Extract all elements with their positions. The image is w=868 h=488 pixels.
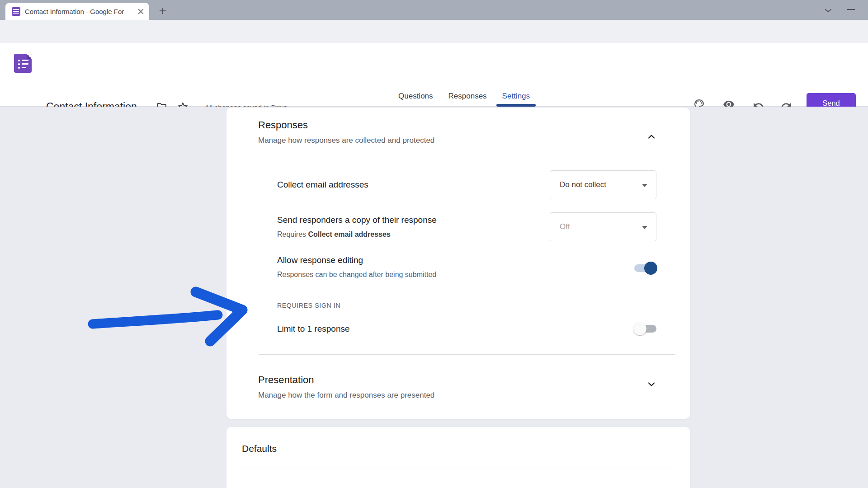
tab-close-icon[interactable] — [137, 7, 145, 15]
presentation-section-subtitle: Manage how the form and responses are pr… — [258, 391, 434, 400]
send-copy-dropdown[interactable]: Off — [550, 212, 656, 241]
window-chevron-down-icon[interactable] — [823, 5, 834, 16]
tab-title: Contact Information - Google For — [25, 8, 135, 15]
forms-header: Contact Information All changes saved in… — [0, 42, 868, 107]
send-copy-sublabel: Requires Collect email addresses — [277, 230, 391, 239]
forms-logo-icon[interactable] — [14, 54, 32, 73]
toggle-thumb — [644, 262, 657, 275]
limit-one-response-toggle[interactable] — [634, 325, 656, 333]
send-copy-value: Off — [560, 222, 570, 231]
responses-section-subtitle: Manage how responses are collected and p… — [258, 136, 434, 145]
responses-section-title: Responses — [258, 119, 308, 131]
dropdown-caret-icon — [642, 226, 647, 229]
forms-favicon-icon — [12, 7, 20, 16]
presentation-section-title: Presentation — [258, 374, 314, 386]
defaults-card: Defaults — [226, 427, 690, 488]
minimize-button[interactable] — [847, 9, 855, 10]
new-tab-button[interactable] — [156, 5, 169, 17]
browser-window: Contact Information - Google For — [0, 0, 868, 488]
tab-settings[interactable]: Settings — [495, 86, 538, 106]
collapse-responses-chevron-icon[interactable] — [646, 131, 657, 142]
browser-tab[interactable]: Contact Information - Google For — [5, 3, 149, 20]
tab-strip: Contact Information - Google For — [0, 0, 868, 20]
collect-email-label: Collect email addresses — [277, 180, 368, 190]
collect-email-dropdown[interactable]: Do not collect — [550, 170, 656, 199]
defaults-divider — [242, 468, 675, 468]
tab-responses[interactable]: Responses — [441, 86, 495, 106]
requires-sign-in-label: REQUIRES SIGN IN — [277, 302, 340, 309]
form-nav-tabs: Questions Responses Settings — [391, 86, 538, 106]
settings-page: Responses Manage how responses are colle… — [0, 107, 868, 488]
allow-editing-sublabel: Responses can be changed after being sub… — [277, 271, 436, 279]
responses-settings-card: Responses Manage how responses are colle… — [226, 108, 690, 419]
send-copy-label: Send responders a copy of their response — [277, 215, 437, 225]
tab-title-fade — [126, 6, 137, 17]
limit-one-response-label: Limit to 1 response — [277, 324, 350, 334]
browser-toolbar: docs.google.com/forms/d/1EkjZePd2B6zKDPN… — [0, 20, 868, 42]
section-divider — [259, 354, 675, 355]
collect-email-value: Do not collect — [560, 180, 606, 189]
tab-questions[interactable]: Questions — [391, 86, 441, 106]
allow-editing-toggle[interactable] — [634, 264, 656, 272]
toggle-thumb — [633, 322, 646, 335]
expand-presentation-chevron-icon[interactable] — [646, 379, 657, 389]
allow-editing-label: Allow response editing — [277, 255, 363, 265]
defaults-section-title: Defaults — [242, 443, 277, 454]
dropdown-caret-icon — [642, 184, 647, 187]
